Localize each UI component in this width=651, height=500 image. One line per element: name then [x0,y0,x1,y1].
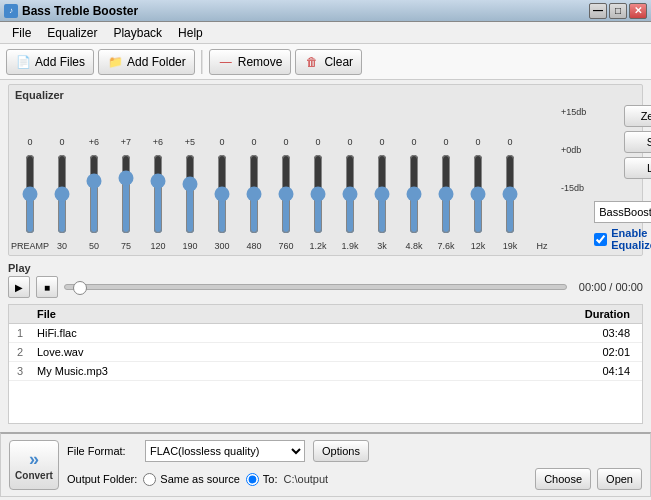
presets-select[interactable]: BassBoost 2BassBoost 1Treble BoostFlatRo… [594,201,651,223]
convert-button-label: Convert [15,470,53,481]
eq-slider-container-12k [463,149,493,239]
eq-slider-container-75 [111,149,141,239]
eq-channel-7.6k: 07.6k [431,135,461,251]
enable-eq-container: Enable Equalizer [594,227,651,251]
col-header-duration: Duration [564,308,634,320]
eq-slider-container-120 [143,149,173,239]
eq-value-7.6k: 0 [443,135,448,149]
app-icon: ♪ [4,4,18,18]
radio-group-to: To: [246,473,278,486]
db-bot: -15db [561,183,586,193]
menu-equalizer[interactable]: Equalizer [39,24,105,42]
eq-value-3k: 0 [379,135,384,149]
add-files-button[interactable]: 📄 Add Files [6,49,94,75]
main-content: Equalizer 0PREAMP030+650+775+6120+519003… [0,80,651,432]
db-top: +15db [561,107,586,117]
eq-freq-label-50: 50 [89,241,99,251]
eq-slider-760[interactable] [276,154,296,234]
file-row-num: 2 [17,346,37,358]
eq-freq-label-19k: 19k [503,241,518,251]
file-row-name: HiFi.flac [37,327,564,339]
add-folder-label: Add Folder [127,55,186,69]
same-source-radio[interactable] [143,473,156,486]
eq-freq-label-7.6k: 7.6k [437,241,454,251]
eq-channel-760: 0760 [271,135,301,251]
eq-freq-label-120: 120 [150,241,165,251]
save-button[interactable]: Save [624,131,651,153]
eq-container: 0PREAMP030+650+775+6120+5190030004800760… [15,105,636,251]
enable-eq-checkbox[interactable] [594,233,607,246]
eq-slider-19k[interactable] [500,154,520,234]
eq-channel-19k: 019k [495,135,525,251]
eq-slider-container-50 [79,149,109,239]
eq-slider-190[interactable] [180,154,200,234]
play-progress[interactable] [64,284,567,290]
eq-slider-3k[interactable] [372,154,392,234]
to-label[interactable]: To: [263,473,278,485]
clear-button[interactable]: 🗑 Clear [295,49,362,75]
eq-slider-PREAMP[interactable] [20,154,40,234]
close-button[interactable]: ✕ [629,3,647,19]
to-path-radio[interactable] [246,473,259,486]
title-bar: ♪ Bass Treble Booster — □ ✕ [0,0,651,22]
eq-slider-120[interactable] [148,154,168,234]
convert-arrows-icon: » [29,449,39,470]
remove-button[interactable]: — Remove [209,49,292,75]
eq-channel-Hz: Hz [527,225,557,251]
add-folder-button[interactable]: 📁 Add Folder [98,49,195,75]
play-thumb[interactable] [73,281,87,295]
eq-freq-label-1.2k: 1.2k [309,241,326,251]
eq-value-190: +5 [185,135,195,149]
eq-freq-label-760: 760 [278,241,293,251]
eq-slider-7.6k[interactable] [436,154,456,234]
table-row[interactable]: 1HiFi.flac03:48 [9,324,642,343]
play-button[interactable]: ▶ [8,276,30,298]
zero-all-button[interactable]: Zero All [624,105,651,127]
eq-value-120: +6 [153,135,163,149]
eq-section-label: Equalizer [15,89,636,101]
eq-slider-container-1.9k [335,149,365,239]
format-row: File Format: FLAC(lossless quality)MP3WA… [67,440,642,462]
eq-value-760: 0 [283,135,288,149]
format-select[interactable]: FLAC(lossless quality)MP3WAVAACOGG [145,440,305,462]
eq-value-480: 0 [251,135,256,149]
convert-button[interactable]: » Convert [9,440,59,490]
stop-button[interactable]: ■ [36,276,58,298]
eq-slider-container-4.8k [399,149,429,239]
choose-button[interactable]: Choose [535,468,591,490]
convert-all: » Convert File Format: FLAC(lossless qua… [9,440,642,490]
play-section: Play ▶ ■ 00:00 / 00:00 [8,260,643,300]
eq-slider-container-480 [239,149,269,239]
eq-slider-300[interactable] [212,154,232,234]
menu-help[interactable]: Help [170,24,211,42]
eq-freq-label-PREAMP: PREAMP [11,241,49,251]
eq-slider-container-3k [367,149,397,239]
eq-slider-12k[interactable] [468,154,488,234]
table-row[interactable]: 2Love.wav02:01 [9,343,642,362]
maximize-button[interactable]: □ [609,3,627,19]
enable-eq-label[interactable]: Enable Equalizer [611,227,651,251]
eq-slider-1.9k[interactable] [340,154,360,234]
menu-file[interactable]: File [4,24,39,42]
remove-label: Remove [238,55,283,69]
eq-slider-50[interactable] [84,154,104,234]
menu-playback[interactable]: Playback [105,24,170,42]
eq-freq-label-4.8k: 4.8k [405,241,422,251]
eq-channel-50: +650 [79,135,109,251]
eq-value-PREAMP: 0 [27,135,32,149]
options-button[interactable]: Options [313,440,369,462]
eq-slider-1.2k[interactable] [308,154,328,234]
eq-value-19k: 0 [507,135,512,149]
eq-slider-75[interactable] [116,154,136,234]
eq-slider-4.8k[interactable] [404,154,424,234]
same-source-label[interactable]: Same as source [160,473,239,485]
eq-slider-container-1.2k [303,149,333,239]
minimize-button[interactable]: — [589,3,607,19]
load-button[interactable]: Load [624,157,651,179]
open-button[interactable]: Open [597,468,642,490]
eq-slider-480[interactable] [244,154,264,234]
col-header-file: File [37,308,564,320]
table-row[interactable]: 3My Music.mp304:14 [9,362,642,381]
eq-slider-30[interactable] [52,154,72,234]
eq-freq-label-12k: 12k [471,241,486,251]
